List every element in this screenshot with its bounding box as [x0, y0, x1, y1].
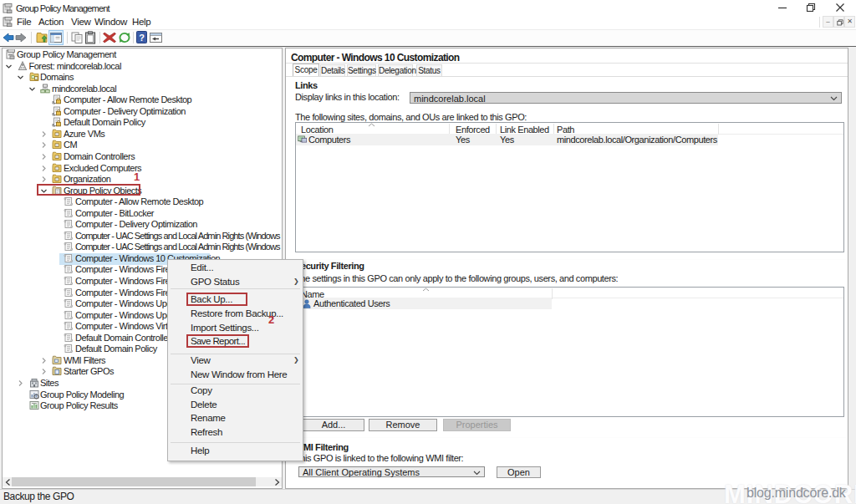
svg-text:?: ?: [139, 33, 145, 43]
